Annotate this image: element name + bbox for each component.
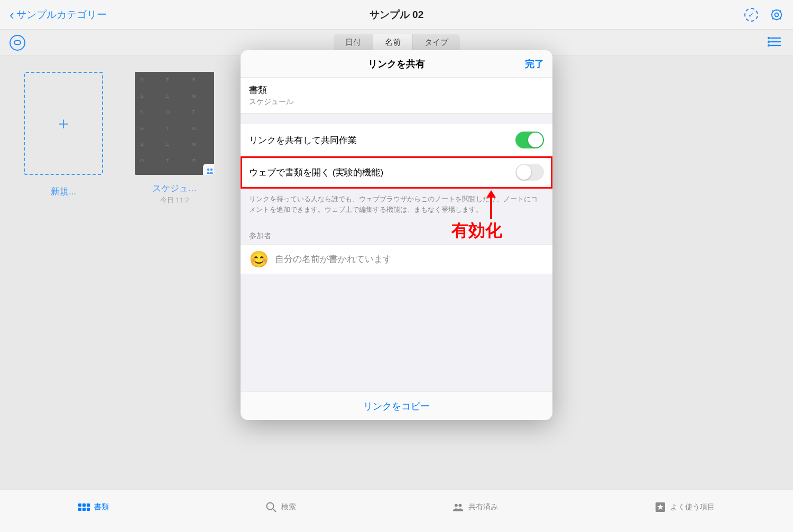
document-section-name: スケジュール [249,97,544,107]
share-collaborate-label: リンクを共有して共同作業 [249,134,357,146]
document-section-label: 書類 [249,84,544,96]
open-on-web-description: リンクを持っている人なら誰でも、ウェブブラウザからこのノートを閲覧したり、ノート… [241,189,552,222]
copy-link-button[interactable]: リンクをコピー [363,400,430,413]
done-button[interactable]: 完了 [525,58,544,70]
participant-placeholder: 自分の名前が書かれています [275,253,392,265]
share-collaborate-toggle[interactable] [515,132,544,148]
open-on-web-label: ウェブで書類を開く (実験的機能) [249,166,383,179]
open-on-web-toggle[interactable] [515,164,544,181]
modal-backdrop: リンクを共有 完了 書類 スケジュール リンクを共有して共同作業 ウェブで書類を… [0,0,793,532]
modal-footer: リンクをコピー [241,391,552,420]
modal-title: リンクを共有 [368,58,425,70]
share-link-modal: リンクを共有 完了 書類 スケジュール リンクを共有して共同作業 ウェブで書類を… [241,50,552,420]
open-on-web-row: ウェブで書類を開く (実験的機能) [241,156,552,189]
participant-row: 😊 自分の名前が書かれています [241,244,552,274]
modal-header: リンクを共有 完了 [241,50,552,78]
share-collaborate-row: リンクを共有して共同作業 [241,124,552,156]
document-info-section: 書類 スケジュール [241,78,552,114]
avatar-icon: 😊 [249,250,269,268]
participants-header: 参加者 [241,222,552,244]
